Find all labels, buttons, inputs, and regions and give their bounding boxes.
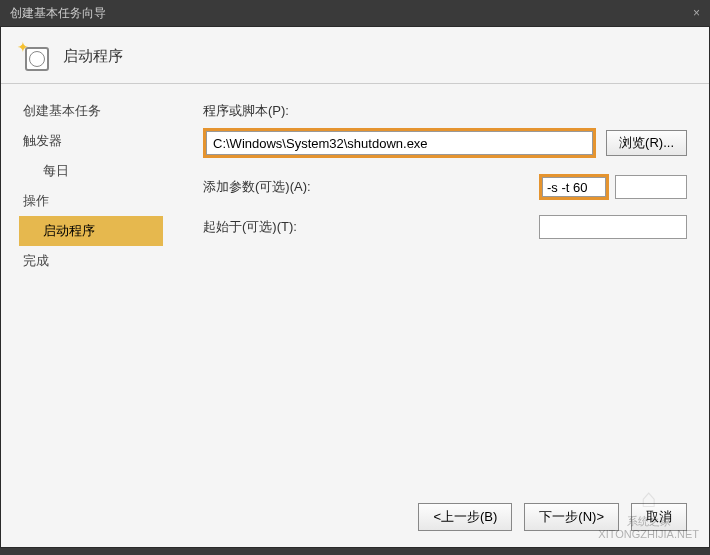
wizard-icon: ✦ (19, 41, 49, 71)
sidebar-item-action[interactable]: 操作 (19, 186, 163, 216)
program-input-highlight (203, 128, 596, 158)
startin-row: 起始于(可选)(T): (203, 212, 687, 242)
browse-button[interactable]: 浏览(R)... (606, 130, 687, 156)
main-area: 创建基本任务 触发器 每日 操作 启动程序 完成 程序或脚本(P): 浏览(R)… (1, 84, 709, 494)
startin-label: 起始于(可选)(T): (203, 218, 333, 236)
args-input-highlight (539, 174, 609, 200)
wizard-content: ✦ 启动程序 创建基本任务 触发器 每日 操作 启动程序 完成 程序或脚本(P)… (0, 26, 710, 548)
args-input[interactable] (542, 177, 606, 197)
wizard-title: 启动程序 (63, 47, 123, 66)
sidebar-item-finish[interactable]: 完成 (19, 246, 163, 276)
cancel-button[interactable]: 取消 (631, 503, 687, 531)
window-title: 创建基本任务向导 (10, 5, 106, 22)
program-row: 浏览(R)... (203, 128, 687, 158)
program-input[interactable] (206, 131, 593, 155)
args-input-extra[interactable] (615, 175, 687, 199)
close-icon[interactable]: × (693, 6, 700, 20)
clock-icon (25, 47, 49, 71)
sidebar-item-create-task[interactable]: 创建基本任务 (19, 96, 163, 126)
wizard-sidebar: 创建基本任务 触发器 每日 操作 启动程序 完成 (1, 84, 163, 494)
startin-input[interactable] (539, 215, 687, 239)
sidebar-item-daily[interactable]: 每日 (19, 156, 163, 186)
args-label: 添加参数(可选)(A): (203, 178, 333, 196)
program-label: 程序或脚本(P): (203, 102, 333, 120)
next-button[interactable]: 下一步(N)> (524, 503, 619, 531)
args-row: 添加参数(可选)(A): (203, 172, 687, 202)
wizard-footer: <上一步(B) 下一步(N)> 取消 (418, 503, 687, 531)
wizard-header: ✦ 启动程序 (1, 27, 709, 83)
form-area: 程序或脚本(P): 浏览(R)... 添加参数(可选)(A): 起始于(可选)(… (163, 84, 709, 494)
back-button[interactable]: <上一步(B) (418, 503, 512, 531)
sidebar-item-trigger[interactable]: 触发器 (19, 126, 163, 156)
window-titlebar: 创建基本任务向导 × (0, 0, 710, 26)
sidebar-item-start-program[interactable]: 启动程序 (19, 216, 163, 246)
